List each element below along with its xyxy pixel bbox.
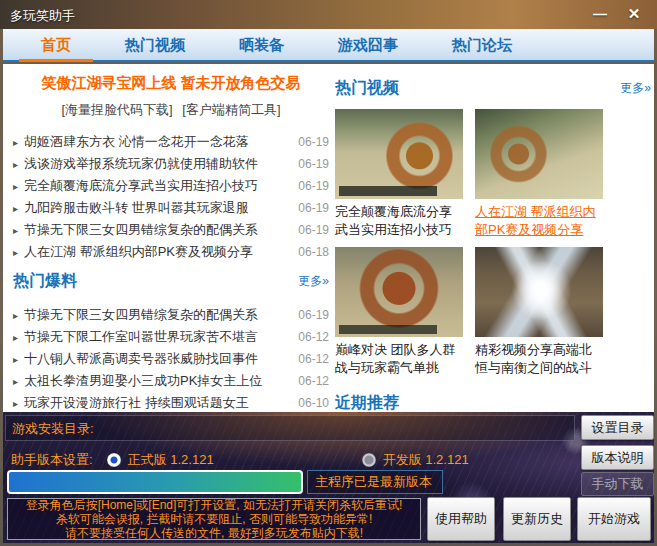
news-title: 十八铜人帮派高调卖号器张威胁找回事件 — [24, 350, 292, 368]
update-history-button[interactable]: 更新历史 — [503, 497, 571, 541]
news-date: 06-10 — [298, 396, 329, 410]
bullet-icon: ▸ — [13, 398, 18, 409]
warning-line: 请不要接受任何人传送的文件, 最好到多玩发布贴内下载! — [65, 526, 363, 540]
title-bar: 多玩笑助手 — ✕ — [0, 0, 657, 29]
manual-download-button[interactable]: 手动下载 — [581, 472, 654, 496]
section-title-recommend: 近期推荐 — [335, 393, 399, 414]
app-window: 多玩笑助手 — ✕ 首页 热门视频 晒装备 游戏囧事 热门论坛 笑傲江湖寻宝网上… — [0, 0, 657, 546]
help-button[interactable]: 使用帮助 — [427, 497, 495, 541]
bullet-icon: ▸ — [13, 203, 18, 214]
news-item[interactable]: ▸ 玩家开设漫游旅行社 持续围观话题女王 06-10 — [13, 392, 329, 414]
headline-link[interactable]: 笑傲江湖寻宝网上线 暂未开放角色交易 — [13, 70, 329, 93]
set-directory-button[interactable]: 设置目录 — [581, 415, 654, 440]
video-caption[interactable]: 完全颠覆海底流分享武当实用连招小技巧 — [335, 203, 463, 239]
bullet-icon: ▸ — [13, 225, 18, 236]
news-title: 太祖长拳渣男迎娶小三成功PK掉女主上位 — [24, 372, 292, 390]
news-title: 节操无下限工作室叫嚣世界玩家苦不堪言 — [24, 328, 292, 346]
news-date: 06-19 — [298, 308, 329, 322]
close-icon[interactable]: ✕ — [619, 4, 649, 24]
more-link-hot-scoops[interactable]: 更多» — [298, 273, 329, 290]
bullet-icon: ▸ — [13, 247, 18, 258]
tab-hot-videos[interactable]: 热门视频 — [109, 29, 201, 60]
tab-forums[interactable]: 热门论坛 — [436, 29, 528, 60]
news-title: 玩家开设漫游旅行社 持续围观话题女王 — [24, 394, 292, 412]
video-thumbnail[interactable] — [475, 109, 603, 199]
news-date: 06-12 — [298, 330, 329, 344]
news-item[interactable]: ▸ 太祖长拳渣男迎娶小三成功PK掉女主上位 06-12 — [13, 370, 329, 392]
news-item[interactable]: ▸ 十八铜人帮派高调卖号器张威胁找回事件 06-12 — [13, 348, 329, 370]
news-title: 完全颠覆海底流分享武当实用连招小技巧 — [24, 177, 292, 195]
video-caption-highlighted[interactable]: 人在江湖 帮派组织内部PK赛及视频分享 — [475, 203, 603, 239]
version-settings-row: 助手版本设置: 正式版 1.2.121 开发版 1.2.121 — [11, 451, 574, 469]
start-game-button[interactable]: 开始游戏 — [577, 497, 651, 541]
news-date: 06-12 — [298, 352, 329, 366]
tab-home[interactable]: 首页 — [25, 29, 87, 60]
tab-show-gear[interactable]: 晒装备 — [223, 29, 300, 60]
news-item[interactable]: ▸ 节操无下限三女四男错综复杂的配偶关系 06-19 — [13, 304, 329, 326]
video-grid: 完全颠覆海底流分享武当实用连招小技巧 人在江湖 帮派组织内部PK赛及视频分享 巅… — [335, 109, 611, 385]
news-title: 节操无下限三女四男错综复杂的配偶关系 — [24, 306, 292, 324]
bullet-icon: ▸ — [13, 137, 18, 148]
tab-game-stories[interactable]: 游戏囧事 — [322, 29, 414, 60]
bottom-panel: 游戏安装目录: 设置目录 助手版本设置: 正式版 1.2.121 开发版 1.2… — [3, 412, 654, 543]
hot-section-header: 热门爆料 更多» — [13, 271, 329, 292]
video-thumbnail[interactable] — [335, 247, 463, 337]
video-cell: 完全颠覆海底流分享武当实用连招小技巧 — [335, 109, 463, 247]
video-caption[interactable]: 精彩视频分享高端北恒与南衡之间的战斗 — [475, 341, 603, 377]
main-content: 笑傲江湖寻宝网上线 暂未开放角色交易 [海量捏脸代码下载] [客户端精简工具] … — [3, 64, 654, 412]
version-info-button[interactable]: 版本说明 — [581, 445, 654, 470]
sublink-client-tool[interactable]: [客户端精简工具] — [182, 102, 280, 117]
bullet-icon: ▸ — [13, 310, 18, 321]
warning-notice: 登录角色后按[Home]或[End]可打开设置, 如无法打开请关闭杀软后重试! … — [7, 498, 421, 540]
more-link-hot-videos[interactable]: 更多» — [620, 80, 651, 97]
news-title: 节操无下限三女四男错综复杂的配偶关系 — [24, 221, 292, 239]
news-item[interactable]: ▸ 节操无下限工作室叫嚣世界玩家苦不堪言 06-12 — [13, 326, 329, 348]
tab-bar: 首页 热门视频 晒装备 游戏囧事 热门论坛 — [3, 29, 654, 62]
radio-official-version[interactable]: 正式版 1.2.121 — [107, 451, 214, 469]
video-cell: 人在江湖 帮派组织内部PK赛及视频分享 — [475, 109, 603, 247]
section-title-hot-scoops: 热门爆料 — [13, 271, 77, 292]
recommend-section-header: 近期推荐 — [335, 393, 651, 414]
minimize-icon[interactable]: — — [585, 4, 615, 24]
warning-line: 杀软可能会误报, 拦截时请不要阻止, 否则可能导致功能异常! — [56, 512, 373, 526]
news-title: 人在江湖 帮派组织内部PK赛及视频分享 — [24, 243, 292, 261]
news-item[interactable]: ▸ 胡姬酒肆东方衣 沁情一念花开一念花落 06-19 — [13, 131, 329, 153]
video-thumbnail[interactable] — [475, 247, 603, 337]
bullet-icon: ▸ — [13, 376, 18, 387]
version-settings-label: 助手版本设置: — [11, 451, 93, 469]
radio-dev-label: 开发版 1.2.121 — [383, 451, 469, 469]
video-cell: 精彩视频分享高端北恒与南衡之间的战斗 — [475, 247, 603, 385]
video-cell: 巅峰对决 团队多人群战与玩家霸气单挑 — [335, 247, 463, 385]
news-title: 胡姬酒肆东方衣 沁情一念花开一念花落 — [24, 133, 292, 151]
news-date: 06-19 — [298, 201, 329, 215]
bullet-icon: ▸ — [13, 354, 18, 365]
video-column: 热门视频 更多» 完全颠覆海底流分享武当实用连招小技巧 人在江湖 帮派组织内部P… — [335, 70, 651, 460]
news-date: 06-19 — [298, 223, 329, 237]
radio-dev-version[interactable]: 开发版 1.2.121 — [362, 451, 469, 469]
news-title: 九阳跨服击败斗转 世界叫嚣其玩家退服 — [24, 199, 292, 217]
news-date: 06-19 — [298, 179, 329, 193]
news-item[interactable]: ▸ 完全颠覆海底流分享武当实用连招小技巧 06-19 — [13, 175, 329, 197]
update-status-text: 主程序已是最新版本 — [307, 470, 443, 494]
bullet-icon: ▸ — [13, 181, 18, 192]
radio-unselected-icon — [362, 453, 376, 467]
update-progress-bar — [7, 470, 303, 494]
news-item[interactable]: ▸ 人在江湖 帮派组织内部PK赛及视频分享 06-18 — [13, 241, 329, 263]
sublink-face-codes[interactable]: [海量捏脸代码下载] — [61, 102, 172, 117]
window-title: 多玩笑助手 — [10, 7, 75, 25]
news-item[interactable]: ▸ 节操无下限三女四男错综复杂的配偶关系 06-19 — [13, 219, 329, 241]
install-dir-input[interactable]: 游戏安装目录: — [5, 415, 575, 441]
news-item[interactable]: ▸ 九阳跨服击败斗转 世界叫嚣其玩家退服 06-19 — [13, 197, 329, 219]
bullet-icon: ▸ — [13, 332, 18, 343]
news-date: 06-12 — [298, 374, 329, 388]
install-dir-label: 游戏安装目录: — [12, 421, 94, 436]
radio-official-label: 正式版 1.2.121 — [128, 451, 214, 469]
video-section-header: 热门视频 更多» — [335, 78, 651, 99]
news-date: 06-19 — [298, 157, 329, 171]
radio-selected-icon — [107, 453, 121, 467]
video-caption[interactable]: 巅峰对决 团队多人群战与玩家霸气单挑 — [335, 341, 463, 377]
news-item[interactable]: ▸ 浅谈游戏举报系统玩家仍就使用辅助软件 06-19 — [13, 153, 329, 175]
news-date: 06-19 — [298, 135, 329, 149]
top-news-list: ▸ 胡姬酒肆东方衣 沁情一念花开一念花落 06-19 ▸ 浅谈游戏举报系统玩家仍… — [13, 131, 329, 263]
video-thumbnail[interactable] — [335, 109, 463, 199]
